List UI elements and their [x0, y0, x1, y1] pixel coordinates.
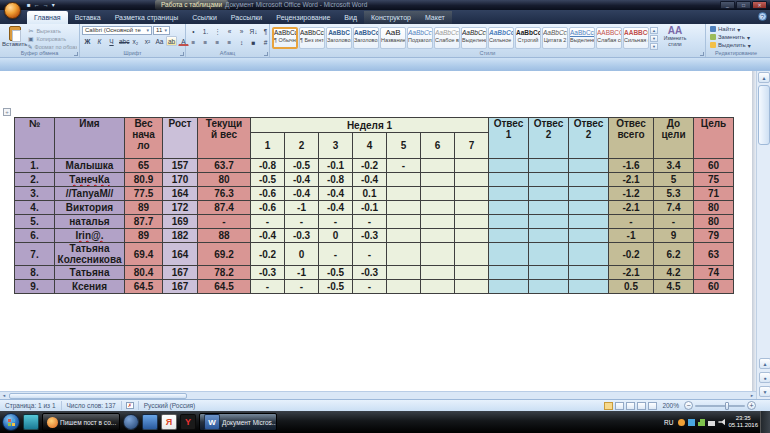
speaker-app-taskbar-icon[interactable] — [142, 414, 158, 430]
italic-button[interactable]: К — [94, 36, 105, 46]
col-header-loss-3[interactable]: Отвес 2 — [569, 118, 609, 159]
table-cell[interactable]: 79 — [694, 229, 734, 243]
table-cell[interactable] — [529, 215, 569, 229]
table-cell[interactable]: -0.2 — [251, 243, 285, 266]
table-cell[interactable]: 69.2 — [198, 243, 251, 266]
table-cell[interactable]: -1 — [609, 229, 654, 243]
align-right-icon[interactable]: ≡ — [212, 37, 223, 47]
table-cell[interactable]: -0.6 — [251, 187, 285, 201]
taskbar-task[interactable]: WДокумент Micros... — [199, 413, 277, 431]
table-cell[interactable] — [489, 173, 529, 187]
table-cell[interactable]: 5. — [15, 215, 55, 229]
save-icon[interactable]: ■ — [27, 1, 31, 9]
table-cell[interactable]: 5.3 — [654, 187, 694, 201]
table-cell[interactable]: 89 — [125, 201, 163, 215]
bullets-icon[interactable]: • — [188, 26, 199, 36]
change-styles-button[interactable]: АА Изменить стили — [658, 25, 692, 49]
table-cell[interactable]: 87.7 — [125, 215, 163, 229]
paste-button[interactable]: Вставить — [2, 25, 27, 49]
table-cell[interactable]: - — [285, 280, 319, 294]
table-cell[interactable] — [569, 159, 609, 173]
outline-view-button[interactable] — [637, 402, 646, 410]
ribbon-tab[interactable]: Вставка — [68, 11, 108, 24]
table-cell[interactable] — [455, 173, 489, 187]
copy-button[interactable]: ▣ Копировать — [27, 35, 77, 42]
table-cell[interactable]: -0.6 — [251, 201, 285, 215]
zoom-out-icon[interactable]: − — [684, 401, 693, 410]
outdent-icon[interactable]: « — [224, 26, 235, 36]
table-cell[interactable]: -1 — [285, 201, 319, 215]
table-cell[interactable]: 3.4 — [654, 159, 694, 173]
teal-app-taskbar-icon[interactable] — [23, 414, 39, 430]
table-cell[interactable]: -0.1 — [353, 201, 387, 215]
table-cell[interactable]: -0.3 — [353, 229, 387, 243]
vertical-scrollbar[interactable]: ▲ ▲ ● ▼ — [756, 71, 770, 399]
col-header-loss-2[interactable]: Отвес 2 — [529, 118, 569, 159]
table-cell[interactable]: Татьяна Колесникова — [55, 243, 125, 266]
table-cell[interactable] — [455, 215, 489, 229]
next-page-icon[interactable]: ▼ — [759, 386, 770, 397]
table-cell[interactable]: 7. — [15, 243, 55, 266]
table-cell[interactable]: - — [353, 280, 387, 294]
table-cell[interactable] — [421, 173, 455, 187]
table-cell[interactable]: -0.5 — [319, 280, 353, 294]
table-cell[interactable]: -0.4 — [319, 201, 353, 215]
style-chip[interactable]: AaBbCcDcВыделение — [461, 27, 487, 49]
tray-icon-2[interactable] — [688, 419, 695, 426]
find-button[interactable]: Найти▾ — [710, 25, 764, 33]
table-cell[interactable]: 80 — [694, 201, 734, 215]
table-cell[interactable] — [529, 173, 569, 187]
style-chip[interactable]: AABBCCDCСильная с... — [623, 27, 649, 49]
table-cell[interactable] — [387, 266, 421, 280]
restore-button[interactable]: □ — [736, 1, 751, 9]
table-cell[interactable]: 76.3 — [198, 187, 251, 201]
table-cell[interactable]: 74 — [694, 266, 734, 280]
highlight-button[interactable]: ab — [166, 36, 177, 46]
table-cell[interactable] — [421, 187, 455, 201]
table-cell[interactable] — [489, 215, 529, 229]
table-cell[interactable]: 9. — [15, 280, 55, 294]
style-chip[interactable]: AaBbCcDcВыделенн... — [569, 27, 595, 49]
table-cell[interactable]: 7.4 — [654, 201, 694, 215]
table-cell[interactable]: 80.9 — [125, 173, 163, 187]
table-cell[interactable]: - — [609, 215, 654, 229]
yandex-taskbar-icon[interactable]: Я — [161, 414, 177, 430]
y-app-taskbar-icon[interactable]: Y — [180, 414, 196, 430]
table-move-handle[interactable]: + — [3, 108, 11, 116]
table-cell[interactable]: -1.6 — [609, 159, 654, 173]
table-cell[interactable]: 63 — [694, 243, 734, 266]
replace-button[interactable]: Заменить▾ — [710, 33, 764, 41]
gallery-more-icon[interactable]: ▼ — [650, 43, 658, 50]
table-cell[interactable]: -0.3 — [285, 229, 319, 243]
table-cell[interactable]: 6. — [15, 229, 55, 243]
table-cell[interactable]: 169 — [163, 215, 198, 229]
table-cell[interactable] — [421, 215, 455, 229]
col-header-day[interactable]: 2 — [285, 133, 319, 159]
table-cell[interactable]: 63.7 — [198, 159, 251, 173]
table-cell[interactable]: 4.2 — [654, 266, 694, 280]
show-desktop-button[interactable] — [760, 411, 770, 433]
table-cell[interactable] — [489, 243, 529, 266]
table-cell[interactable]: 64.5 — [125, 280, 163, 294]
table-cell[interactable] — [529, 243, 569, 266]
table-cell[interactable]: 164 — [163, 187, 198, 201]
style-chip[interactable]: АаВНазвание — [380, 27, 406, 49]
table-cell[interactable] — [455, 243, 489, 266]
superscript-button[interactable]: x² — [142, 36, 153, 46]
table-cell[interactable]: -1.2 — [609, 187, 654, 201]
table-cell[interactable]: -2.1 — [609, 173, 654, 187]
table-cell[interactable]: - — [319, 243, 353, 266]
table-cell[interactable] — [387, 201, 421, 215]
table-cell[interactable]: 80 — [198, 173, 251, 187]
table-cell[interactable]: 6.2 — [654, 243, 694, 266]
table-cell[interactable] — [387, 215, 421, 229]
table-cell[interactable]: 65 — [125, 159, 163, 173]
ribbon-tab[interactable]: Ссылки — [185, 11, 224, 24]
table-cell[interactable]: 157 — [163, 159, 198, 173]
table-cell[interactable]: 170 — [163, 173, 198, 187]
table-cell[interactable]: 80.4 — [125, 266, 163, 280]
table-cell[interactable]: Татьяна — [55, 266, 125, 280]
table-cell[interactable]: 77.5 — [125, 187, 163, 201]
styles-dialog-launcher[interactable] — [700, 52, 704, 56]
gallery-up-icon[interactable]: ▲ — [650, 27, 658, 34]
